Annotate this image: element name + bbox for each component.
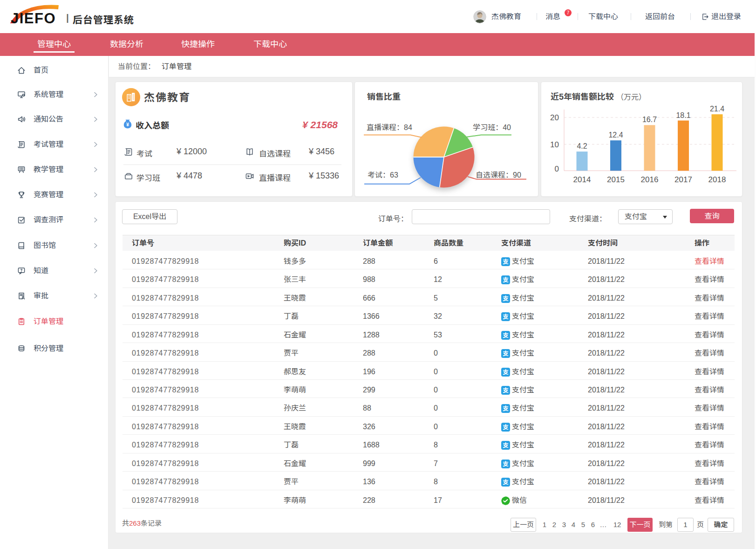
svg-text:支: 支 xyxy=(503,295,509,302)
svg-text:2014: 2014 xyxy=(573,175,591,184)
svg-text:支: 支 xyxy=(503,259,509,265)
svg-text:支: 支 xyxy=(503,405,509,412)
svg-text:支: 支 xyxy=(503,424,509,431)
svg-text:¥: ¥ xyxy=(126,122,129,127)
svg-text:支: 支 xyxy=(503,479,509,486)
svg-text:18.1: 18.1 xyxy=(676,111,690,119)
svg-text:支: 支 xyxy=(503,332,509,339)
svg-text:20: 20 xyxy=(550,113,559,122)
svg-text:2017: 2017 xyxy=(674,175,692,184)
svg-text:支: 支 xyxy=(503,350,509,357)
svg-text:支: 支 xyxy=(503,442,509,449)
svg-text:支: 支 xyxy=(503,369,509,376)
svg-text:支: 支 xyxy=(503,314,509,320)
svg-text:2015: 2015 xyxy=(607,175,625,184)
svg-text:10: 10 xyxy=(550,140,559,149)
svg-text:支: 支 xyxy=(503,461,509,467)
svg-text:0: 0 xyxy=(555,165,559,173)
svg-text:4.2: 4.2 xyxy=(577,142,587,150)
svg-text:12.4: 12.4 xyxy=(608,131,623,139)
svg-text:21.4: 21.4 xyxy=(710,105,724,113)
svg-text:支: 支 xyxy=(503,387,509,394)
svg-text:2018: 2018 xyxy=(708,175,726,184)
svg-text:2016: 2016 xyxy=(641,175,659,184)
svg-text:支: 支 xyxy=(503,277,509,283)
svg-text:16.7: 16.7 xyxy=(642,116,657,124)
